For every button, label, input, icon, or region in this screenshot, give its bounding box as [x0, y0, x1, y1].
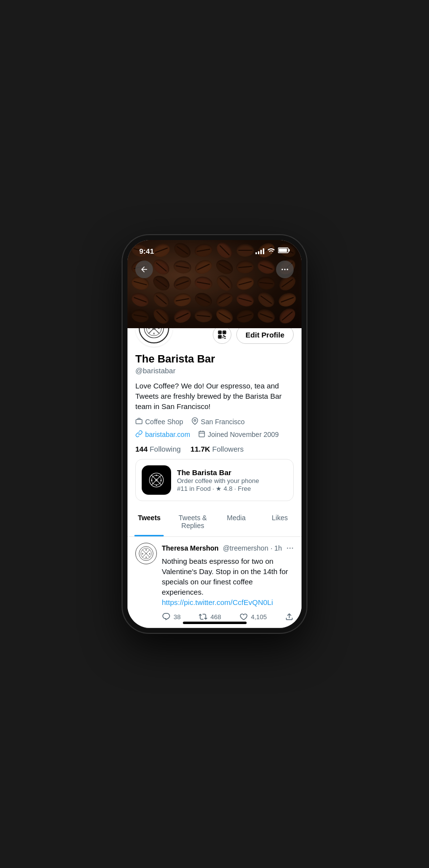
svg-rect-22 [219, 336, 221, 338]
svg-text:B: B [155, 474, 157, 477]
tab-tweets-replies[interactable]: Tweets & Replies [171, 507, 215, 536]
tab-likes[interactable]: Likes [258, 507, 302, 536]
svg-point-29 [194, 420, 196, 422]
edit-profile-button[interactable]: Edit Profile [236, 328, 294, 344]
tweet-1-author: Theresa Mershon [162, 544, 219, 552]
svg-rect-1 [289, 249, 290, 252]
svg-rect-28 [136, 420, 142, 424]
more-button[interactable] [276, 261, 294, 278]
svg-text:A: A [149, 553, 151, 555]
briefcase-icon [135, 417, 143, 426]
joined-text: Joined November 2009 [208, 431, 279, 438]
app-description: Order coffee with your phone [177, 477, 287, 484]
svg-rect-30 [199, 432, 204, 437]
avatar-actions: Edit Profile [213, 328, 294, 347]
svg-text:A: A [146, 557, 147, 559]
tweet-1-text: Nothing beats espresso for two on Valent… [162, 556, 294, 607]
avatar: B B A A [135, 328, 173, 347]
app-meta: #11 in Food · ★ 4.8 · Free [177, 485, 287, 492]
calendar-icon [198, 430, 205, 439]
tweet-1-link[interactable]: https://pic.twitter.com/CcfEvQN0Li [162, 598, 273, 606]
avatar-row: B B A A [127, 328, 302, 347]
signal-bars-icon [255, 248, 264, 254]
app-info: The Barista Bar Order coffee with your p… [177, 468, 287, 492]
svg-text:B: B [146, 550, 147, 552]
tweet-1-header: Theresa Mershon @treemershon · 1h ··· [162, 543, 294, 553]
tweet-1-timestamp: 1h [274, 544, 282, 552]
status-bar: 9:41 [127, 240, 302, 258]
svg-point-4 [284, 269, 286, 270]
svg-text:A: A [158, 328, 160, 330]
profile-section: B B A A [127, 328, 302, 628]
svg-rect-2 [279, 249, 287, 252]
svg-point-5 [287, 269, 288, 270]
svg-text:B: B [148, 328, 150, 330]
svg-rect-20 [219, 332, 221, 333]
avatar-logo: B B A A [139, 328, 169, 343]
tweet-1: B B A A Theresa Mershon @treemershon · 1… [127, 537, 302, 627]
status-icons [255, 247, 290, 255]
cover-nav [127, 261, 302, 278]
tweet-1-share-button[interactable] [285, 612, 294, 621]
tweet-1-content: Theresa Mershon @treemershon · 1h ··· No… [162, 543, 294, 621]
meta-row-2: baristabar.com Joined November 2009 [135, 430, 294, 439]
location-text: San Francisco [201, 418, 245, 426]
website-link[interactable]: baristabar.com [145, 431, 190, 438]
followers-count[interactable]: 11.7K Followers [191, 445, 244, 453]
battery-icon [278, 247, 290, 255]
tab-tweets[interactable]: Tweets [127, 507, 171, 536]
wifi-icon [267, 247, 275, 255]
tweet-1-retweet-button[interactable]: 468 [199, 612, 221, 621]
category-text: Coffee Shop [145, 418, 183, 426]
tweet-1-more-button[interactable]: ··· [286, 543, 294, 553]
tweet-1-handle: @treemershon [223, 544, 268, 552]
svg-rect-21 [224, 332, 225, 333]
meta-location: San Francisco [191, 417, 245, 426]
meta-row-1: Coffee Shop San Francisco [135, 417, 294, 426]
tweet-1-like-button[interactable]: 4,105 [239, 612, 267, 621]
svg-text:B: B [151, 479, 152, 482]
profile-info: The Barista Bar @baristabar Love Coffee?… [127, 353, 302, 453]
qr-button[interactable] [213, 328, 231, 344]
tweet-1-avatar: B B A A [135, 543, 157, 564]
svg-text:B: B [142, 553, 143, 555]
bio: Love Coffee? We do! Our espresso, tea an… [135, 381, 294, 411]
app-card[interactable]: B B A A The Barista Bar Order coffee wit… [135, 459, 294, 501]
app-icon: B B A A [142, 465, 171, 495]
meta-joined: Joined November 2009 [198, 430, 279, 439]
svg-text:A: A [153, 333, 155, 335]
tab-media[interactable]: Media [215, 507, 258, 536]
status-time: 9:41 [139, 247, 154, 255]
location-icon [191, 417, 199, 426]
app-name: The Barista Bar [177, 468, 287, 477]
meta-category: Coffee Shop [135, 417, 183, 426]
back-button[interactable] [135, 261, 153, 278]
username: @baristabar [135, 366, 294, 375]
following-count[interactable]: 144 Following [135, 445, 181, 453]
follow-row: 144 Following 11.7K Followers [135, 445, 294, 453]
meta-website[interactable]: baristabar.com [135, 430, 190, 439]
display-name: The Barista Bar [135, 353, 294, 365]
home-indicator [183, 622, 247, 624]
tabs: Tweets Tweets & Replies Media Likes [127, 507, 302, 537]
link-icon [135, 430, 143, 439]
svg-point-3 [281, 269, 283, 270]
tweet-1-actions: 38 468 4,105 [162, 612, 294, 621]
tweet-1-reply-button[interactable]: 38 [162, 612, 180, 621]
tweet-2: B B A A Theresa Mershon @treemershon · 1… [127, 627, 302, 628]
